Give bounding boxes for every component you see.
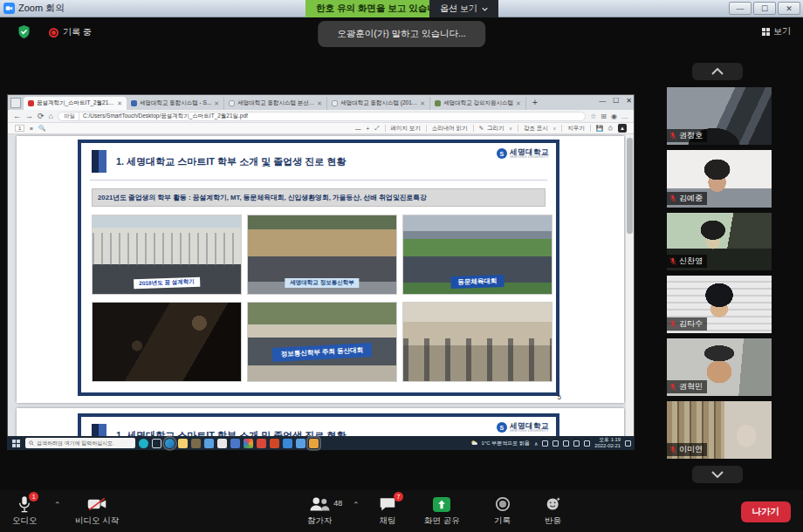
tab-close-icon[interactable]: ✕ — [214, 100, 219, 107]
powerpoint-icon[interactable] — [270, 439, 279, 448]
mic-tray-icon[interactable] — [552, 440, 559, 447]
scroll-up-button[interactable] — [692, 63, 743, 80]
ime-icon[interactable] — [584, 440, 590, 447]
notification-center-icon[interactable] — [625, 440, 631, 447]
pdf-viewport[interactable]: 1. 세명대학교 스마트IT 학부 소개 및 졸업생 진로 현황 S 세명대학교… — [8, 134, 634, 450]
tab-portal-3[interactable]: 세명대학교 통합시스템 (2017... ✕ — [327, 97, 430, 110]
maximize-button[interactable]: ☐ — [753, 2, 776, 15]
record-button[interactable]: 기록 — [494, 495, 511, 527]
save-icon[interactable]: 💾 — [596, 125, 603, 132]
video-tile[interactable]: 이미연 — [667, 401, 772, 459]
security-shield-icon[interactable] — [17, 24, 31, 43]
mic-muted-icon — [669, 257, 676, 265]
favorite-star-icon[interactable]: ☆ — [590, 113, 596, 120]
windows-start-icon[interactable] — [12, 440, 20, 447]
home-icon[interactable]: ⌂ — [49, 113, 53, 120]
tab-portal-1[interactable]: 세명대학교 통합시스템 - S... ✕ — [127, 97, 224, 110]
site-favicon — [435, 100, 441, 106]
pdf-scrollbar[interactable] — [626, 134, 634, 450]
volume-icon[interactable] — [573, 440, 580, 447]
share-screen-button[interactable]: 화면 공유 — [424, 495, 460, 527]
browser-maximize-icon[interactable]: ☐ — [613, 97, 619, 105]
tab-close-icon[interactable]: ✕ — [317, 100, 322, 107]
snip-pen-icon[interactable] — [217, 439, 227, 448]
tray-chevron-icon[interactable]: ∧ — [534, 440, 538, 447]
leave-meeting-button[interactable]: 나가기 — [741, 501, 792, 522]
tab-close-icon[interactable]: ✕ — [516, 100, 521, 107]
participants-options-chevron[interactable]: ⌃ — [353, 501, 360, 509]
refresh-icon[interactable]: ⟳ — [38, 113, 45, 120]
photo-classroom — [402, 302, 552, 382]
contents-icon[interactable]: ≡ — [30, 126, 33, 132]
folder-app-icon[interactable] — [204, 439, 214, 448]
participant-name: 이미연 — [679, 444, 703, 455]
highlight-button[interactable]: 강조 표시 ∨ — [524, 125, 556, 133]
weather-text[interactable]: 1°C 부분적으로 맑음 — [482, 440, 530, 447]
tab-close-icon[interactable]: ✕ — [117, 100, 122, 107]
zoom-in-button[interactable]: + — [367, 126, 370, 132]
photos-app-icon[interactable] — [244, 439, 253, 448]
audio-button[interactable]: 1 오디오 — [12, 495, 38, 527]
print-icon[interactable]: ⎙ — [608, 125, 613, 132]
chat-button[interactable]: 7 채팅 — [379, 495, 396, 527]
taskbar-search-input[interactable]: 검색하려면 여기에 입력하십시오. — [25, 438, 135, 448]
erase-button[interactable]: 지우기 — [567, 125, 585, 133]
video-tile[interactable]: 권혁민 — [667, 338, 772, 396]
back-icon[interactable]: ← — [13, 113, 21, 120]
edge-icon[interactable] — [165, 439, 175, 448]
file-explorer-icon[interactable] — [178, 439, 188, 448]
meeting-controls-bar: 1 오디오 ⌃ 비디오 시작 48 참가자 ⌃ 7 채팅 — [0, 490, 803, 532]
red-app-icon[interactable] — [257, 439, 266, 448]
fit-page-icon[interactable]: ⤢ — [374, 125, 379, 132]
folder-app-icon-2[interactable] — [296, 439, 305, 448]
battery-icon[interactable] — [542, 440, 548, 447]
video-tile[interactable]: 김예중 — [667, 150, 772, 208]
draw-button[interactable]: ✎ 그리기 ∨ — [479, 125, 512, 133]
video-tile[interactable]: 김타수 — [667, 276, 772, 333]
zoom-taskbar-icon[interactable] — [309, 439, 319, 448]
tab-portal-2[interactable]: 세명대학교 통합시스템 본선발... ✕ — [224, 97, 327, 110]
video-tile[interactable]: 권정호 — [667, 87, 772, 145]
reactions-button[interactable]: 반응 — [545, 495, 561, 527]
scrollbar-thumb[interactable] — [627, 138, 633, 234]
mic-muted-icon — [669, 320, 676, 328]
audio-options-chevron[interactable]: ⌃ — [54, 501, 61, 509]
cortana-icon[interactable] — [139, 439, 148, 448]
browser-minimize-icon[interactable]: — — [599, 97, 606, 105]
site-favicon — [131, 100, 137, 106]
tab-pdf[interactable]: 꿈설계학기_스마트IT_2월21일... ✕ — [24, 97, 127, 110]
tab-lms[interactable]: 세명대학교 강의지원시스템 ✕ — [430, 97, 526, 110]
page-number-input[interactable]: 1 — [15, 125, 24, 132]
forward-icon[interactable]: → — [25, 113, 33, 120]
view-layout-button[interactable]: 보기 — [762, 25, 791, 38]
view-options-button[interactable]: 옵션 보기 — [429, 0, 498, 17]
video-tile[interactable]: 신찬영 — [667, 213, 772, 270]
blue-app-icon[interactable] — [230, 439, 240, 448]
more-menu-icon[interactable]: … — [621, 113, 628, 120]
active-speaker-toast: 오광훈이(가) 말하고 있습니다... — [318, 21, 485, 47]
participant-name: 신찬영 — [679, 256, 703, 267]
zoom-out-button[interactable]: — — [355, 126, 361, 132]
site-favicon — [332, 100, 338, 106]
participants-button[interactable]: 48 참가자 — [307, 495, 333, 527]
video-app-icon[interactable] — [283, 439, 292, 448]
close-button[interactable]: ✕ — [778, 2, 800, 15]
minimize-button[interactable]: — — [729, 2, 752, 15]
task-view-icon[interactable] — [152, 439, 161, 448]
university-logo-icon: S — [497, 422, 507, 433]
browser-close-icon[interactable]: ✕ — [626, 97, 632, 105]
read-aloud-button[interactable]: 소리내어 읽기 — [432, 125, 468, 133]
new-tab-button[interactable]: + — [530, 98, 540, 108]
taskbar-clock[interactable]: 오후 1:19 2022-02-21 — [594, 437, 621, 448]
page-view-button[interactable]: 페이지 보기 — [391, 125, 421, 133]
pin-toolbar-icon[interactable]: ▲ — [618, 124, 627, 133]
scroll-down-button[interactable] — [692, 466, 743, 483]
security-app-icon[interactable] — [191, 439, 201, 448]
network-icon[interactable] — [563, 440, 569, 447]
find-icon[interactable]: 🔍 — [38, 125, 45, 132]
tab-close-icon[interactable]: ✕ — [420, 100, 425, 107]
address-input[interactable]: 파일 C:/Users/SmartTouch/Desktop/꿈설계학기_스마트… — [58, 112, 586, 121]
collections-icon[interactable]: ⊞ — [601, 113, 607, 120]
profile-icon[interactable]: ◉ — [611, 113, 617, 120]
start-video-button[interactable]: 비디오 시작 — [75, 495, 119, 527]
